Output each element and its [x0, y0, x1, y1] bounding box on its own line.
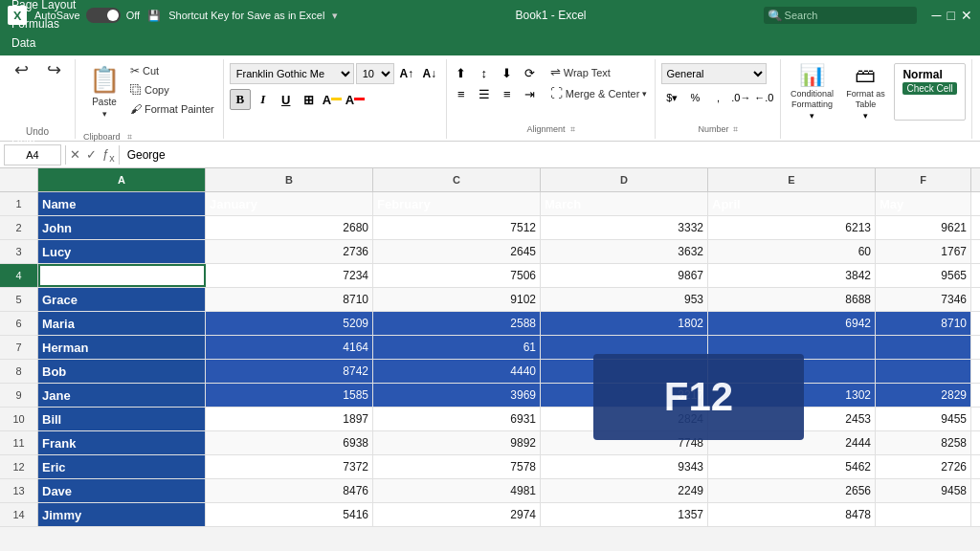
row-number-11[interactable]: 11 — [0, 431, 38, 454]
cancel-formula-icon[interactable]: ✕ — [70, 147, 80, 162]
cell-3-5[interactable]: 1767 — [876, 240, 971, 263]
cell-4-1[interactable]: 7234 — [206, 264, 373, 287]
merge-center-button[interactable]: ⛶ Merge & Center ▾ — [546, 84, 652, 102]
search-area[interactable]: 🔍 — [764, 7, 917, 24]
bold-button[interactable]: B — [230, 89, 251, 110]
confirm-formula-icon[interactable]: ✓ — [86, 147, 97, 162]
angle-text-button[interactable]: ⟳ — [520, 63, 541, 82]
cell-6-5[interactable]: 8710 — [876, 312, 971, 335]
increase-decimal-button[interactable]: .0→ — [730, 88, 751, 107]
shrink-font-button[interactable]: A↓ — [419, 63, 440, 84]
decrease-decimal-button[interactable]: ←.0 — [753, 88, 774, 107]
cell-2-1[interactable]: 2680 — [206, 216, 373, 239]
cell-5-1[interactable]: 8710 — [206, 288, 373, 311]
cell-6-0[interactable]: Maria — [38, 312, 206, 335]
conditional-formatting-button[interactable]: 📊 Conditional Formatting ▾ — [787, 63, 836, 121]
menu-item-data[interactable]: Data — [4, 33, 83, 53]
cell-4-0[interactable]: George — [38, 264, 206, 287]
cell-14-0[interactable]: Jimmy — [38, 503, 206, 526]
cell-7-5[interactable] — [876, 336, 971, 359]
currency-button[interactable]: $▾ — [661, 88, 682, 107]
fill-color-button[interactable]: A — [322, 89, 343, 110]
cell-12-1[interactable]: 7372 — [206, 455, 373, 478]
row-number-12[interactable]: 12 — [0, 455, 38, 478]
comma-button[interactable]: , — [707, 88, 728, 107]
cell-7-2[interactable]: 61 — [373, 336, 541, 359]
cell-4-3[interactable]: 9867 — [541, 264, 708, 287]
cell-10-0[interactable]: Bill — [38, 408, 206, 430]
merge-dropdown-arrow[interactable]: ▾ — [642, 89, 647, 99]
cell-14-1[interactable]: 5416 — [206, 503, 373, 526]
font-size-select[interactable]: 10 — [356, 63, 394, 84]
wrap-text-button[interactable]: ⇌ Wrap Text — [546, 63, 652, 81]
cell-5-4[interactable]: 8688 — [708, 288, 876, 311]
row-number-5[interactable]: 5 — [0, 288, 38, 311]
insert-function-icon[interactable]: ƒx — [102, 146, 115, 164]
font-color-button[interactable]: A — [345, 89, 366, 110]
row-number-6[interactable]: 6 — [0, 312, 38, 335]
redo-button[interactable]: ↪ — [38, 59, 69, 80]
row-number-3[interactable]: 3 — [0, 240, 38, 263]
cell-13-5[interactable]: 9458 — [876, 479, 971, 502]
cell-12-5[interactable]: 2726 — [876, 455, 971, 478]
normal-cell-button[interactable]: Normal Check Cell — [894, 63, 965, 121]
maximize-btn[interactable]: □ — [947, 8, 955, 23]
cell-2-2[interactable]: 7512 — [373, 216, 541, 239]
cell-13-3[interactable]: 2249 — [541, 479, 708, 502]
cell-13-4[interactable]: 2656 — [708, 479, 876, 502]
cell-1-3[interactable]: March — [541, 192, 708, 215]
cell-3-3[interactable]: 3632 — [541, 240, 708, 263]
cell-10-1[interactable]: 1897 — [206, 408, 373, 430]
cell-13-1[interactable]: 8476 — [206, 479, 373, 502]
cell-2-5[interactable]: 9621 — [876, 216, 971, 239]
border-button[interactable]: ⊞ — [299, 89, 320, 110]
cell-14-3[interactable]: 1357 — [541, 503, 708, 526]
row-number-1[interactable]: 1 — [0, 192, 38, 215]
col-header-C[interactable]: C — [373, 168, 541, 191]
italic-button[interactable]: I — [253, 89, 274, 110]
number-format-select[interactable]: General — [661, 63, 767, 84]
align-bottom-button[interactable]: ⬇ — [497, 63, 518, 82]
cell-1-4[interactable]: April — [708, 192, 876, 215]
cond-format-dropdown[interactable]: ▾ — [810, 111, 814, 121]
row-number-13[interactable]: 13 — [0, 479, 38, 502]
align-left-button[interactable]: ≡ — [451, 84, 472, 103]
row-number-14[interactable]: 14 — [0, 503, 38, 526]
cell-7-1[interactable]: 4164 — [206, 336, 373, 359]
cell-7-0[interactable]: Herman — [38, 336, 206, 359]
cell-11-1[interactable]: 6938 — [206, 431, 373, 454]
cell-13-0[interactable]: Dave — [38, 479, 206, 502]
indent-button[interactable]: ⇥ — [520, 84, 541, 103]
col-header-E[interactable]: E — [708, 168, 876, 191]
menu-item-page layout[interactable]: Page Layout — [4, 0, 83, 14]
paste-button[interactable]: 📋 Paste ▾ — [81, 61, 127, 122]
cell-9-1[interactable]: 1585 — [206, 384, 373, 407]
search-input[interactable] — [764, 7, 917, 24]
cell-8-0[interactable]: Bob — [38, 360, 206, 383]
cell-13-2[interactable]: 4981 — [373, 479, 541, 502]
cell-11-5[interactable]: 8258 — [876, 431, 971, 454]
row-number-8[interactable]: 8 — [0, 360, 38, 383]
dropdown-arrow[interactable]: ▾ — [332, 10, 338, 22]
undo-button[interactable]: ↩ — [6, 59, 36, 80]
format-as-table-button[interactable]: 🗃 Format as Table ▾ — [840, 63, 890, 121]
cell-12-3[interactable]: 9343 — [541, 455, 708, 478]
col-header-A[interactable]: A — [38, 168, 206, 191]
row-number-4[interactable]: 4 — [0, 264, 38, 287]
cell-11-0[interactable]: Frank — [38, 431, 206, 454]
format-painter-button[interactable]: 🖌 Format Painter — [127, 101, 217, 117]
cell-4-4[interactable]: 3842 — [708, 264, 876, 287]
cell-2-4[interactable]: 6213 — [708, 216, 876, 239]
cell-4-5[interactable]: 9565 — [876, 264, 971, 287]
underline-button[interactable]: U — [276, 89, 297, 110]
cell-14-4[interactable]: 8478 — [708, 503, 876, 526]
row-number-7[interactable]: 7 — [0, 336, 38, 359]
cell-1-1[interactable]: January — [206, 192, 373, 215]
close-btn[interactable]: ✕ — [961, 8, 972, 23]
align-top-button[interactable]: ⬆ — [451, 63, 472, 82]
cell-3-2[interactable]: 2645 — [373, 240, 541, 263]
cell-3-4[interactable]: 60 — [708, 240, 876, 263]
percent-button[interactable]: % — [684, 88, 705, 107]
cell-11-2[interactable]: 9892 — [373, 431, 541, 454]
cell-10-2[interactable]: 6931 — [373, 408, 541, 430]
